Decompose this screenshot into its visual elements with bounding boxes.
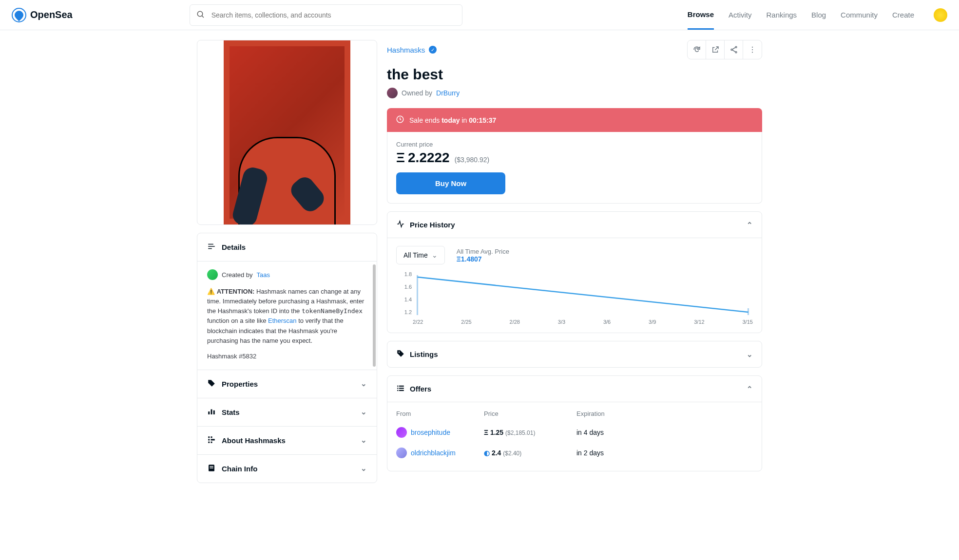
offer-usd: ($2,185.01): [505, 429, 535, 436]
chevron-down-icon: ⌄: [361, 464, 367, 473]
eth-icon: Ξ: [396, 150, 405, 166]
details-panel: Details Created by Taas ⚠️ ATTENTION: Ha…: [197, 233, 377, 483]
item-title: the best: [387, 66, 762, 83]
created-by-label: Created by: [222, 271, 253, 279]
offers-header[interactable]: Offers ⌃: [387, 376, 762, 402]
svg-point-23: [752, 49, 753, 50]
svg-rect-9: [211, 436, 212, 438]
details-header[interactable]: Details: [197, 233, 377, 261]
about-header[interactable]: About Hashmasks ⌄: [197, 427, 377, 454]
svg-rect-3: [208, 246, 215, 247]
price-history-card: Price History ⌃ All Time ⌄ All Time Avg.…: [387, 211, 762, 333]
offer-from-link[interactable]: oldrichblackjim: [411, 449, 456, 457]
time-range-select[interactable]: All Time ⌄: [396, 246, 445, 264]
nav-browse[interactable]: Browse: [688, 10, 714, 30]
offers-card: Offers ⌃ From Price Expiration brosephit…: [387, 375, 762, 471]
sale-countdown-banner: Sale ends today in 00:15:37: [387, 108, 762, 132]
svg-rect-13: [211, 442, 212, 443]
collection-link[interactable]: Hashmasks: [387, 46, 425, 54]
list-icon: [396, 384, 405, 394]
creator-link[interactable]: Taas: [257, 271, 270, 279]
etherscan-link[interactable]: Etherscan: [268, 317, 297, 324]
nft-image-card[interactable]: [197, 40, 377, 225]
svg-rect-5: [208, 411, 210, 414]
document-icon: [207, 464, 216, 474]
svg-point-0: [197, 11, 203, 17]
list-icon: [207, 242, 216, 252]
details-description: ⚠️ ATTENTION: Hashmask names can change …: [207, 287, 367, 346]
creator-avatar: [207, 269, 218, 280]
user-avatar[interactable]: [934, 8, 947, 22]
svg-point-19: [735, 52, 737, 53]
svg-line-20: [732, 48, 735, 50]
clock-icon: [396, 115, 404, 125]
nav-blog[interactable]: Blog: [811, 11, 826, 29]
svg-rect-31: [399, 386, 404, 387]
more-button[interactable]: [743, 40, 762, 59]
app-header: OpenSea Browse Activity Rankings Blog Co…: [0, 0, 959, 30]
price-history-body: All Time ⌄ All Time Avg. Price Ξ1.4807 1…: [387, 238, 762, 333]
properties-header[interactable]: Properties ⌄: [197, 370, 377, 398]
main-container: Details Created by Taas ⚠️ ATTENTION: Ha…: [187, 30, 772, 493]
price-box: Current price Ξ 2.2222 ($3,980.92) Buy N…: [387, 132, 762, 204]
offer-amount: 1.25: [490, 429, 503, 436]
chevron-down-icon: ⌄: [747, 350, 753, 359]
nav-activity[interactable]: Activity: [729, 11, 752, 29]
search-icon: [196, 10, 205, 21]
owner-link[interactable]: DrBurry: [436, 89, 460, 97]
search-wrap: [190, 4, 462, 26]
buy-now-button[interactable]: Buy Now: [396, 172, 505, 194]
details-title: Details: [222, 243, 246, 251]
nft-image: [224, 40, 350, 224]
svg-point-17: [735, 46, 737, 48]
offer-amount: 2.4: [492, 449, 501, 457]
svg-rect-15: [210, 466, 213, 467]
svg-rect-12: [208, 442, 210, 443]
offer-expiration: in 4 days: [576, 429, 753, 436]
svg-rect-4: [208, 248, 212, 249]
svg-rect-16: [210, 467, 213, 468]
svg-rect-7: [213, 411, 215, 414]
price-history-header[interactable]: Price History ⌃: [387, 212, 762, 238]
svg-point-29: [399, 352, 400, 353]
scrollbar[interactable]: [373, 264, 376, 367]
svg-rect-6: [211, 409, 212, 414]
listings-header[interactable]: Listings ⌄: [387, 341, 762, 367]
refresh-button[interactable]: [688, 40, 706, 59]
offers-table-head: From Price Expiration: [396, 410, 753, 422]
avg-price-label: All Time Avg. Price: [457, 248, 509, 255]
owner-row: Owned by DrBurry: [387, 88, 762, 98]
weth-icon: ◐: [484, 449, 490, 457]
stats-header[interactable]: Stats ⌄: [197, 398, 377, 426]
verified-badge-icon: ✓: [429, 46, 437, 54]
offer-expiration: in 2 days: [576, 449, 753, 457]
share-button[interactable]: [725, 40, 743, 59]
chevron-up-icon: ⌃: [747, 221, 753, 229]
svg-rect-8: [208, 436, 210, 438]
tag-icon: [207, 379, 216, 389]
nav-create[interactable]: Create: [892, 11, 914, 29]
price-usd: ($3,980.92): [455, 156, 490, 164]
logo-icon: [12, 8, 26, 22]
search-input[interactable]: [190, 4, 462, 26]
tag-icon: [396, 349, 405, 359]
chevron-down-icon: ⌄: [432, 251, 438, 259]
main-nav: Browse Activity Rankings Blog Community …: [688, 8, 947, 22]
nav-community[interactable]: Community: [841, 11, 878, 29]
token-id-line: Hashmask #5832: [207, 353, 367, 360]
external-link-button[interactable]: [706, 40, 725, 59]
owner-avatar: [387, 88, 398, 98]
avg-price-value: Ξ1.4807: [457, 255, 509, 263]
svg-rect-30: [397, 386, 398, 387]
nav-rankings[interactable]: Rankings: [767, 11, 797, 29]
action-bar: [687, 40, 762, 59]
grid-icon: [207, 435, 216, 446]
right-column: Hashmasks ✓ the best Owned by: [387, 40, 762, 483]
svg-point-22: [752, 47, 753, 48]
offer-row: brosephitudeΞ 1.25 ($2,185.01)in 4 days: [396, 422, 753, 443]
chain-info-header[interactable]: Chain Info ⌄: [197, 455, 377, 483]
left-column: Details Created by Taas ⚠️ ATTENTION: Ha…: [197, 40, 377, 483]
price-eth: Ξ 2.2222: [396, 150, 450, 166]
offer-from-link[interactable]: brosephitude: [411, 429, 450, 436]
logo[interactable]: OpenSea: [12, 8, 73, 22]
